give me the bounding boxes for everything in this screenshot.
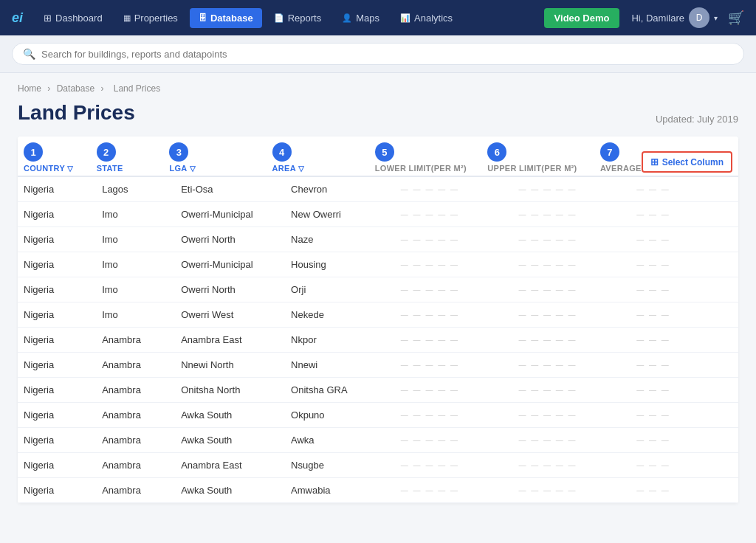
cell-country: Nigeria <box>18 302 96 328</box>
cell-lga: Owerri North <box>175 277 285 302</box>
col-label-lower: LOWER LIMIT(PER M²) <box>375 164 467 173</box>
nav-database[interactable]: 🗄 Database <box>190 8 262 28</box>
column-header-row: 1 COUNTRY ▽ 2 STATE 3 LGA ▽ 4 <box>18 136 738 177</box>
updated-label: Updated: July 2019 <box>656 114 738 125</box>
nav-properties[interactable]: ▦ Properties <box>114 8 187 28</box>
cell-country: Nigeria <box>18 353 96 378</box>
table-row: Nigeria Anambra Awka South Awka — — — — … <box>18 428 738 453</box>
reports-icon: 📄 <box>274 13 284 23</box>
col-badge-1: 1 <box>24 142 43 162</box>
chevron-down-icon: ▾ <box>714 14 718 22</box>
filter-icon-lga[interactable]: ▽ <box>190 165 196 173</box>
table-row: Nigeria Anambra Onitsha North Onitsha GR… <box>18 378 738 403</box>
nav-analytics[interactable]: 📊 Analytics <box>391 8 461 28</box>
cell-country: Nigeria <box>18 378 96 403</box>
cell-lower: — — — — — <box>395 378 513 403</box>
properties-icon: ▦ <box>123 13 131 23</box>
filter-icon-area[interactable]: ▽ <box>298 165 304 173</box>
cell-area: Okpuno <box>285 403 395 428</box>
cell-avg: — — — <box>630 478 738 503</box>
col-header-upper: 6 UPPER LIMIT(PER M²) <box>487 142 600 173</box>
cell-lga: Awka South <box>175 428 285 453</box>
cell-avg: — — — <box>630 428 738 453</box>
cell-lga: Awka South <box>175 403 285 428</box>
nav-maps[interactable]: 👤 Maps <box>333 8 388 28</box>
cell-upper: — — — — — <box>513 453 631 478</box>
cell-area: Naze <box>285 227 395 252</box>
cell-country: Nigeria <box>18 453 96 478</box>
table-row: Nigeria Anambra Awka South Okpuno — — — … <box>18 403 738 428</box>
cell-lga: Owerri-Municipal <box>175 202 285 227</box>
cell-area: Nsugbe <box>285 453 395 478</box>
cell-area: Onitsha GRA <box>285 378 395 403</box>
col-label-area: AREA ▽ <box>272 164 305 173</box>
avatar: D <box>689 7 709 28</box>
table-row: Nigeria Imo Owerri North Naze — — — — — … <box>18 227 738 252</box>
cell-state: Anambra <box>96 403 175 428</box>
breadcrumb-database[interactable]: Database <box>57 83 94 94</box>
select-column-wrapper: ⊞ Select Column <box>642 151 732 173</box>
cell-lower: — — — — — <box>395 202 513 227</box>
cell-upper: — — — — — <box>513 403 631 428</box>
cell-area: Housing <box>285 252 395 277</box>
database-icon: 🗄 <box>199 13 207 22</box>
cell-lga: Eti-Osa <box>175 177 285 202</box>
cell-state: Anambra <box>96 353 175 378</box>
cell-lower: — — — — — <box>395 328 513 353</box>
cell-lga: Awka South <box>175 478 285 503</box>
search-input[interactable] <box>41 49 733 60</box>
breadcrumb-home[interactable]: Home <box>18 83 41 94</box>
cell-avg: — — — <box>630 353 738 378</box>
cell-country: Nigeria <box>18 428 96 453</box>
breadcrumb: Home › Database › Land Prices <box>18 83 738 94</box>
table-row: Nigeria Anambra Nnewi North Nnewi — — — … <box>18 353 738 378</box>
cell-avg: — — — <box>630 277 738 302</box>
cell-avg: — — — <box>630 378 738 403</box>
col-header-avg: 7 AVERAGE <box>600 142 642 173</box>
select-column-button[interactable]: ⊞ Select Column <box>642 151 732 173</box>
table-row: Nigeria Imo Owerri-Municipal New Owerri … <box>18 202 738 227</box>
cart-icon[interactable]: 🛒 <box>728 10 744 26</box>
cell-area: Orji <box>285 277 395 302</box>
cell-state: Anambra <box>96 453 175 478</box>
nav-reports[interactable]: 📄 Reports <box>265 8 331 28</box>
cell-lga: Nnewi North <box>175 353 285 378</box>
cell-area: Amwabia <box>285 478 395 503</box>
cell-upper: — — — — — <box>513 252 631 277</box>
cell-state: Imo <box>96 202 175 227</box>
col-badge-4: 4 <box>272 142 292 162</box>
cell-area: Nkpor <box>285 328 395 353</box>
col-badge-7: 7 <box>600 142 619 162</box>
col-header-lower: 5 LOWER LIMIT(PER M²) <box>375 142 488 173</box>
table-row: Nigeria Imo Owerri-Municipal Housing — —… <box>18 252 738 277</box>
user-greeting: Hi, Damilare <box>631 13 684 24</box>
cell-state: Imo <box>96 302 175 328</box>
col-label-state: STATE <box>97 164 123 173</box>
cell-country: Nigeria <box>18 328 96 353</box>
cell-area: Nekede <box>285 302 395 328</box>
table-row: Nigeria Imo Owerri North Orji — — — — — … <box>18 277 738 302</box>
col-header-country: 1 COUNTRY ▽ <box>24 142 97 173</box>
col-label-country: COUNTRY ▽ <box>24 164 73 173</box>
nav-dashboard[interactable]: ⊞ Dashboard <box>35 8 111 28</box>
cell-state: Anambra <box>96 478 175 503</box>
cell-avg: — — — <box>630 403 738 428</box>
cell-country: Nigeria <box>18 177 96 202</box>
data-table-wrapper: 1 COUNTRY ▽ 2 STATE 3 LGA ▽ 4 <box>18 136 738 503</box>
cell-upper: — — — — — <box>513 177 631 202</box>
video-demo-button[interactable]: Video Demo <box>544 8 620 28</box>
table-row: Nigeria Anambra Anambra East Nsugbe — — … <box>18 453 738 478</box>
cell-area: Chevron <box>285 177 395 202</box>
cell-avg: — — — <box>630 202 738 227</box>
cell-state: Imo <box>96 227 175 252</box>
col-badge-3: 3 <box>169 142 188 162</box>
cell-upper: — — — — — <box>513 353 631 378</box>
cell-lower: — — — — — <box>395 478 513 503</box>
filter-icon-country[interactable]: ▽ <box>67 165 73 173</box>
cell-avg: — — — <box>630 302 738 328</box>
user-menu[interactable]: Hi, Damilare D ▾ <box>631 7 718 28</box>
cell-state: Anambra <box>96 378 175 403</box>
cell-country: Nigeria <box>18 277 96 302</box>
analytics-icon: 📊 <box>400 13 410 23</box>
cell-avg: — — — <box>630 328 738 353</box>
